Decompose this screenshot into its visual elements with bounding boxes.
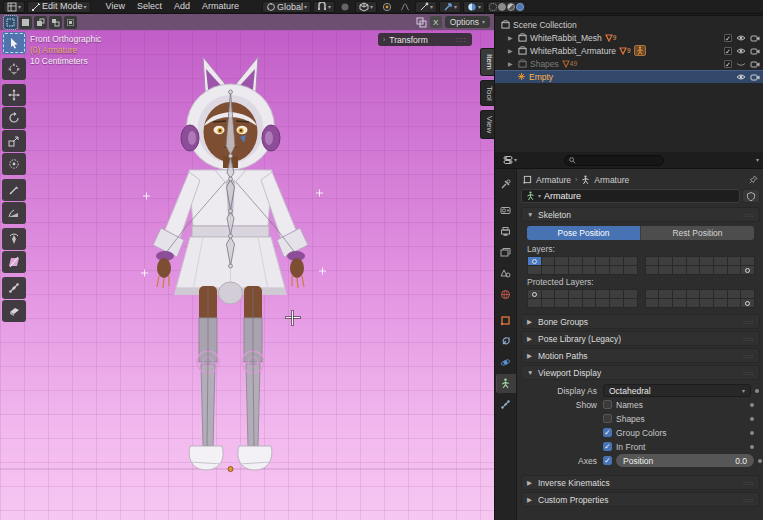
tool-move[interactable] bbox=[2, 84, 26, 106]
eye-closed-icon[interactable] bbox=[736, 60, 746, 68]
tool-measure[interactable] bbox=[2, 202, 26, 224]
layer-cell[interactable] bbox=[541, 265, 556, 275]
options-dropdown[interactable]: Options ▾ bbox=[445, 16, 490, 28]
pivot-point-select[interactable]: ▾ bbox=[355, 1, 377, 13]
proportional-edit-button[interactable] bbox=[337, 1, 353, 13]
layer-cell[interactable] bbox=[658, 298, 673, 308]
layer-cell[interactable] bbox=[740, 298, 755, 308]
animate-property-dot[interactable] bbox=[750, 431, 754, 435]
section-skeleton-header[interactable]: ▼ Skeleton :::: bbox=[521, 207, 760, 222]
properties-editor-type-button[interactable]: ▾ bbox=[500, 154, 520, 166]
layer-cell[interactable] bbox=[645, 265, 660, 275]
tool-eraser[interactable] bbox=[2, 300, 26, 322]
transform-orientation-select[interactable]: Global ▾ bbox=[262, 1, 311, 13]
animate-property-dot[interactable] bbox=[755, 389, 759, 393]
tool-select-box[interactable] bbox=[2, 32, 26, 54]
layer-cell[interactable] bbox=[713, 265, 728, 275]
layer-cell[interactable] bbox=[686, 265, 701, 275]
drag-handle-icon[interactable]: :::: bbox=[743, 212, 754, 218]
layer-cell[interactable] bbox=[645, 298, 660, 308]
snap-options-button[interactable]: ▾ bbox=[415, 1, 437, 13]
drag-handle-icon[interactable]: :::: bbox=[743, 497, 754, 503]
layer-cell[interactable] bbox=[554, 265, 569, 275]
tab-tool[interactable] bbox=[496, 175, 516, 194]
outliner-row-whiterabbit-armature[interactable]: ▶ WhiteRabbit_Armature 9 ✓ bbox=[495, 44, 763, 57]
expander-icon[interactable]: ▶ bbox=[508, 60, 515, 67]
layer-cell[interactable] bbox=[713, 298, 728, 308]
camera-icon[interactable] bbox=[750, 60, 760, 68]
outliner-row-shapes[interactable]: ▶ Shapes 49 ✓ bbox=[495, 57, 763, 70]
tool-bone-envelope[interactable] bbox=[2, 251, 26, 273]
tool-extrude[interactable] bbox=[2, 277, 26, 299]
breadcrumb-data[interactable]: Armature bbox=[594, 175, 629, 185]
drag-handle-icon[interactable]: :::: bbox=[743, 370, 754, 376]
tab-modifiers[interactable] bbox=[496, 332, 516, 351]
tab-render[interactable] bbox=[496, 201, 516, 220]
select-mode-circle-button[interactable] bbox=[34, 16, 47, 29]
editor-type-button[interactable]: ▾ bbox=[3, 1, 25, 13]
layer-cell[interactable] bbox=[554, 298, 569, 308]
close-button[interactable]: X bbox=[430, 16, 442, 28]
section-bone-groups[interactable]: ▶ Bone Groups :::: bbox=[521, 314, 760, 329]
overlays-button[interactable]: ▾ bbox=[463, 1, 485, 13]
selectable-checkbox[interactable]: ✓ bbox=[724, 47, 732, 55]
tool-rotate[interactable] bbox=[2, 107, 26, 129]
layer-cell[interactable] bbox=[595, 265, 610, 275]
layer-cell[interactable] bbox=[568, 298, 583, 308]
section-inverse-kinematics[interactable]: ▶ Inverse Kinematics :::: bbox=[521, 475, 760, 490]
shading-solid-button[interactable] bbox=[498, 3, 506, 11]
select-mode-paint-button[interactable] bbox=[64, 16, 77, 29]
gizmos-button[interactable]: ▾ bbox=[439, 1, 461, 13]
tab-output[interactable] bbox=[496, 222, 516, 241]
axes-position-slider[interactable]: Position 0.0 bbox=[616, 454, 754, 467]
names-checkbox[interactable] bbox=[603, 400, 612, 409]
shading-rendered-button[interactable] bbox=[516, 3, 524, 11]
section-pose-library[interactable]: ▶ Pose Library (Legacy) :::: bbox=[521, 331, 760, 346]
tab-view-layer[interactable] bbox=[496, 243, 516, 262]
mode-select[interactable]: Edit Mode ▾ bbox=[27, 1, 91, 13]
layer-cell[interactable] bbox=[582, 298, 597, 308]
animate-property-dot[interactable] bbox=[750, 445, 754, 449]
menu-view[interactable]: View bbox=[101, 0, 130, 13]
menu-add[interactable]: Add bbox=[169, 0, 195, 13]
camera-icon[interactable] bbox=[750, 47, 760, 55]
tool-scale[interactable] bbox=[2, 130, 26, 152]
shading-wireframe-button[interactable] bbox=[489, 3, 497, 11]
layer-cell[interactable] bbox=[672, 298, 687, 308]
sidebar-tab-tool[interactable]: Tool bbox=[480, 80, 494, 107]
falloff-curve-button[interactable] bbox=[397, 1, 413, 13]
selectable-checkbox[interactable]: ✓ bbox=[724, 34, 732, 42]
drag-handle-icon[interactable]: :::: bbox=[743, 336, 754, 342]
camera-icon[interactable] bbox=[750, 34, 760, 42]
fallback-tool-icon[interactable] bbox=[416, 17, 427, 28]
expander-icon[interactable]: ▶ bbox=[508, 34, 515, 41]
layer-cell[interactable] bbox=[623, 298, 638, 308]
rest-position-button[interactable]: Rest Position bbox=[640, 226, 754, 240]
tool-annotate[interactable] bbox=[2, 179, 26, 201]
tab-bone[interactable] bbox=[496, 395, 516, 414]
in-front-checkbox[interactable]: ✓ bbox=[603, 442, 612, 451]
drag-handle-icon[interactable]: :::: bbox=[743, 353, 754, 359]
armature-name-field[interactable]: ▾ Armature bbox=[521, 189, 740, 203]
tab-object-data-armature[interactable] bbox=[496, 374, 516, 393]
properties-search-input[interactable] bbox=[579, 156, 639, 165]
tool-roll[interactable] bbox=[2, 228, 26, 250]
layer-cell[interactable] bbox=[699, 298, 714, 308]
selectable-checkbox[interactable]: ✓ bbox=[724, 60, 732, 68]
layer-cell[interactable] bbox=[541, 298, 556, 308]
shading-material-button[interactable] bbox=[507, 3, 515, 11]
fake-user-button[interactable] bbox=[742, 189, 760, 203]
menu-armature[interactable]: Armature bbox=[197, 0, 244, 13]
layer-cell[interactable] bbox=[699, 265, 714, 275]
eye-icon[interactable] bbox=[736, 73, 746, 81]
tab-world[interactable] bbox=[496, 285, 516, 304]
eye-icon[interactable] bbox=[736, 47, 746, 55]
drag-handle-icon[interactable]: :::: bbox=[455, 36, 467, 43]
menu-select[interactable]: Select bbox=[132, 0, 167, 13]
layer-cell[interactable] bbox=[727, 298, 742, 308]
layer-cell[interactable] bbox=[568, 265, 583, 275]
camera-icon[interactable] bbox=[750, 73, 760, 81]
viewport-3d[interactable]: Front Orthographic (0) Armature 10 Centi… bbox=[0, 30, 494, 520]
animate-property-dot[interactable] bbox=[750, 417, 754, 421]
layer-cell[interactable] bbox=[595, 298, 610, 308]
